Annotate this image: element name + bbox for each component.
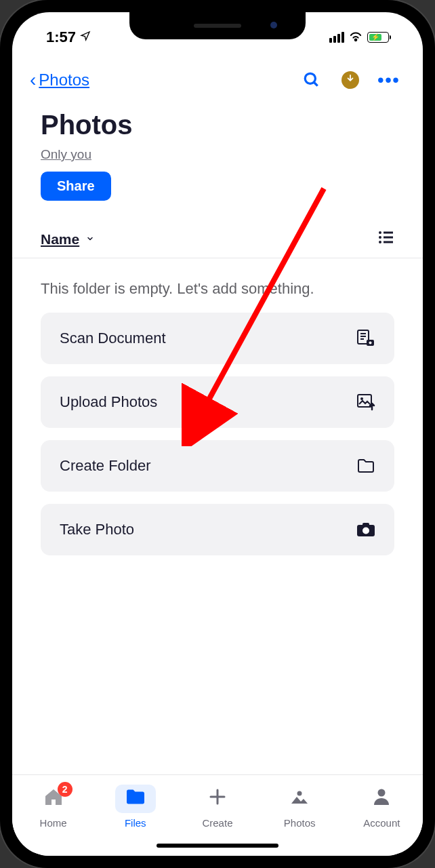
notch — [129, 12, 306, 39]
take-photo-button[interactable]: Take Photo — [41, 504, 394, 555]
svg-point-0 — [354, 39, 356, 41]
phone-frame: 1:57 ⚡ ‹ Photos — [0, 0, 435, 868]
empty-state-message: This folder is empty. Let's add somethin… — [12, 258, 423, 313]
svg-point-7 — [379, 241, 381, 243]
chevron-left-icon: ‹ — [30, 69, 36, 91]
action-label: Take Photo — [60, 521, 134, 538]
svg-point-5 — [379, 236, 381, 239]
home-indicator[interactable] — [157, 844, 278, 848]
scan-document-icon — [356, 329, 375, 348]
page-header: Photos Only you Share — [12, 104, 423, 214]
tab-label: Create — [202, 817, 232, 829]
svg-point-19 — [362, 528, 369, 534]
upload-photos-button[interactable]: Upload Photos — [41, 376, 394, 428]
image-icon — [290, 788, 309, 810]
folder-filled-icon — [125, 788, 146, 810]
status-time: 1:57 — [46, 28, 76, 46]
svg-point-14 — [369, 342, 372, 344]
action-label: Upload Photos — [60, 393, 157, 411]
tab-label: Files — [125, 817, 146, 829]
svg-point-16 — [360, 397, 363, 400]
create-folder-button[interactable]: Create Folder — [41, 440, 394, 492]
top-nav: ‹ Photos ••• — [12, 50, 423, 104]
svg-point-1 — [305, 73, 315, 83]
location-arrow-icon — [80, 31, 91, 44]
back-label: Photos — [39, 71, 89, 90]
chevron-down-icon — [85, 234, 96, 245]
plus-icon — [208, 787, 227, 811]
person-icon — [373, 787, 390, 811]
wifi-icon — [348, 30, 363, 45]
upload-photo-icon — [356, 393, 375, 412]
more-options-button[interactable]: ••• — [379, 71, 398, 90]
battery-icon: ⚡ — [367, 32, 389, 43]
tab-label: Home — [40, 817, 67, 829]
scan-document-button[interactable]: Scan Document — [41, 313, 394, 364]
list-view-icon — [378, 231, 394, 244]
sort-label-text: Name — [41, 231, 79, 248]
svg-rect-18 — [362, 523, 369, 526]
svg-line-2 — [314, 82, 317, 85]
tab-photos[interactable]: Photos — [266, 785, 333, 829]
tab-label: Account — [363, 817, 400, 829]
notification-badge: 2 — [58, 782, 72, 797]
download-arrow-icon — [346, 74, 355, 86]
svg-rect-6 — [384, 237, 393, 239]
view-toggle-button[interactable] — [378, 231, 394, 248]
svg-point-25 — [378, 789, 386, 796]
sort-dropdown[interactable]: Name — [41, 231, 96, 248]
search-icon — [303, 71, 320, 89]
svg-rect-8 — [384, 241, 393, 243]
action-list: Scan Document Upload Photos Create Folde… — [12, 313, 423, 555]
tab-home[interactable]: Home 2 — [20, 785, 87, 829]
screen: 1:57 ⚡ ‹ Photos — [12, 12, 423, 856]
svg-point-24 — [297, 791, 302, 796]
upgrade-button[interactable] — [341, 71, 359, 89]
page-title: Photos — [41, 110, 394, 140]
sharing-info[interactable]: Only you — [41, 147, 91, 162]
tab-account[interactable]: Account — [348, 785, 415, 829]
search-button[interactable] — [302, 71, 321, 90]
share-button[interactable]: Share — [41, 172, 111, 201]
back-button[interactable]: ‹ Photos — [30, 69, 89, 91]
action-label: Scan Document — [60, 330, 166, 347]
camera-icon — [356, 520, 375, 539]
svg-rect-4 — [384, 232, 393, 234]
folder-icon — [356, 456, 375, 475]
svg-point-3 — [379, 231, 381, 234]
cellular-signal-icon — [329, 32, 344, 43]
sort-row: Name — [12, 214, 423, 258]
more-dots-icon: ••• — [377, 70, 400, 91]
tab-files[interactable]: Files — [102, 785, 169, 829]
tab-create[interactable]: Create — [184, 785, 251, 829]
tab-label: Photos — [284, 817, 316, 829]
action-label: Create Folder — [60, 457, 151, 475]
